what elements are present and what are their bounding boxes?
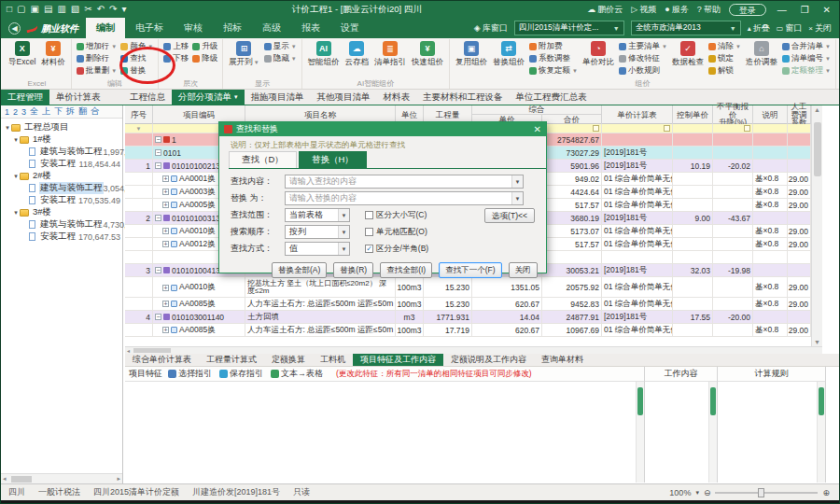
table-hscrollbar[interactable]: ◂ bbox=[125, 346, 822, 354]
window-button[interactable]: ▭窗口 bbox=[777, 22, 803, 35]
chevron-down-icon[interactable]: ▼ bbox=[338, 209, 349, 221]
chevron-down-icon[interactable]: ▼ bbox=[511, 175, 523, 188]
dialog-tab-replace[interactable]: 替换（H） bbox=[299, 151, 367, 168]
scroll-thumb[interactable] bbox=[133, 348, 171, 353]
quota-dropdown[interactable]: 四川2015清单计价定...▼ bbox=[514, 21, 624, 35]
tree-toolbar-button-1[interactable]: 1 bbox=[5, 107, 9, 117]
search-mode-dropdown[interactable]: 值 ▼ bbox=[285, 242, 350, 256]
options-button[interactable]: 选项(T)<< bbox=[484, 208, 535, 223]
undo-icon[interactable]: ↶ bbox=[97, 5, 105, 14]
maximize-button[interactable]: ❐ bbox=[798, 5, 812, 15]
cloud-archive-button[interactable]: ☁云存档 bbox=[343, 39, 372, 68]
list-guide-button[interactable]: ≣清单指引 bbox=[371, 39, 409, 68]
column-header-coef[interactable]: 人工费调 系数 bbox=[788, 105, 811, 124]
main-tab-3[interactable]: 措施项目清单 bbox=[245, 90, 311, 105]
zoom-out-icon[interactable]: ⊖ bbox=[704, 488, 711, 497]
main-list-button[interactable]: 主要清单▼ bbox=[617, 41, 669, 52]
cell-match-checkbox[interactable]: 单元格匹配(O) bbox=[365, 227, 427, 238]
expand-plus-icon[interactable]: + bbox=[162, 228, 169, 234]
expand-plus-icon[interactable]: + bbox=[162, 175, 169, 182]
redo-icon[interactable]: ↷ bbox=[109, 5, 117, 14]
surcharge-button[interactable]: 附加费 bbox=[527, 41, 580, 52]
save-icon[interactable]: ▣ bbox=[31, 5, 39, 14]
search-range-dropdown[interactable]: 当前表格 ▼ bbox=[285, 208, 350, 222]
close-dialog-button[interactable]: 关闭 bbox=[509, 262, 538, 278]
zoom-slider-thumb[interactable] bbox=[758, 488, 764, 497]
match-case-checkbox[interactable]: 区分大小写(C) bbox=[365, 210, 427, 221]
promote-button[interactable]: 升级 bbox=[190, 41, 219, 52]
expand-plus-icon[interactable]: + bbox=[162, 327, 169, 333]
menu-tab-3[interactable]: 审核 bbox=[174, 18, 213, 38]
dialog-tab-find[interactable]: 查找（D） bbox=[229, 151, 297, 168]
filter-box-icon[interactable] bbox=[744, 125, 750, 132]
close-panel-button[interactable]: ×关闭 bbox=[808, 22, 832, 35]
column-header-note[interactable]: 说明 bbox=[753, 105, 788, 124]
restore-quota-button[interactable]: 恢复定额▼ bbox=[527, 65, 580, 77]
tree-expand-icon[interactable]: ▾ bbox=[4, 124, 11, 132]
tree-toolbar-button-5[interactable]: 上 bbox=[42, 105, 50, 118]
menu-tab-2[interactable]: 电子标 bbox=[125, 18, 174, 38]
scroll-thumb[interactable] bbox=[637, 387, 643, 415]
save-all-icon[interactable]: ▤ bbox=[44, 5, 52, 14]
tree-expand-icon[interactable]: ▾ bbox=[12, 136, 20, 144]
scroll-thumb[interactable] bbox=[11, 476, 32, 483]
collapse-minus-icon[interactable]: − bbox=[155, 162, 161, 169]
print-icon[interactable]: ▥ bbox=[57, 5, 65, 14]
fullwidth-checkbox[interactable]: ✓ 区分全/半角(B) bbox=[365, 244, 428, 255]
bottom-tab-5[interactable]: 项目特征及工作内容 bbox=[353, 354, 443, 366]
collapse-minus-icon[interactable]: − bbox=[155, 314, 161, 320]
cloud-service-button[interactable]: ☁鹏价云 bbox=[587, 4, 623, 16]
select-guide-button[interactable]: 选择指引 bbox=[168, 368, 212, 380]
back-icon[interactable]: ◀ bbox=[8, 22, 21, 35]
menu-tab-5[interactable]: 高级 bbox=[252, 18, 291, 38]
scroll-left-icon[interactable]: ◂ bbox=[125, 347, 132, 354]
search-order-dropdown[interactable]: 按列 ▼ bbox=[285, 225, 350, 239]
collapse-minus-icon[interactable]: − bbox=[155, 267, 161, 273]
table-row-sub[interactable]: +AA0085换人力车运土石方: 总运距≤500m 运距≤50m100m315.… bbox=[125, 298, 811, 311]
expand-to-button[interactable]: ⊞展开到▼ bbox=[226, 39, 261, 68]
text-to-table-button[interactable]: 文本→表格 bbox=[271, 368, 323, 380]
replace-all-button[interactable]: 替换全部(A) bbox=[272, 262, 327, 278]
bottom-tab-1[interactable]: 综合单价计算表 bbox=[125, 354, 199, 366]
scroll-left-icon[interactable]: ◂ bbox=[1, 475, 8, 483]
zoom-level[interactable]: 100% bbox=[669, 488, 691, 497]
list-number-button[interactable]: 清单编号▼ bbox=[780, 53, 833, 64]
tree-toolbar-button-2[interactable]: 2 bbox=[13, 107, 18, 117]
scroll-thumb[interactable] bbox=[819, 387, 824, 415]
open-icon[interactable]: ▢ bbox=[17, 5, 25, 14]
chevron-down-icon[interactable]: ▼ bbox=[338, 243, 349, 255]
main-tab-2[interactable]: 分部分项清单▾ bbox=[172, 90, 245, 105]
new-icon[interactable]: □ bbox=[7, 5, 12, 14]
quota-organize-button[interactable]: 定额整理▼ bbox=[780, 65, 833, 77]
filter-icon[interactable]: ▼ bbox=[136, 126, 142, 132]
demote-button[interactable]: 降级 bbox=[190, 53, 219, 64]
dialog-close-icon[interactable]: ✕ bbox=[534, 124, 541, 134]
table-row-sub2[interactable]: +AA0010换挖基坑土方 坚土（坑上口面积≤20m2） 深度≤2m100m31… bbox=[125, 277, 811, 298]
tree-toolbar-button-7[interactable]: 拆 bbox=[66, 105, 75, 118]
tree-item[interactable]: ▾1#楼 bbox=[1, 133, 122, 146]
ai-pricing-button[interactable]: AI智能组价 bbox=[305, 39, 343, 68]
bottom-tab-7[interactable]: 查询单材料 bbox=[534, 354, 591, 366]
menu-tab-7[interactable]: 设置 bbox=[330, 18, 370, 38]
delete-row-button[interactable]: 删除行 bbox=[75, 53, 119, 64]
find-next-button[interactable]: 查找下一个(F) bbox=[439, 262, 501, 278]
tree-item[interactable]: ▾工程总项目 bbox=[1, 121, 122, 133]
lock-button[interactable]: 锁定 bbox=[707, 53, 743, 64]
tree-toolbar-button-9[interactable]: 合 bbox=[91, 105, 99, 118]
clear-button[interactable]: 清除▼ bbox=[707, 41, 743, 52]
scroll-down-icon[interactable]: ▼ bbox=[812, 339, 822, 345]
quick-pricing-button[interactable]: ¥快速组价 bbox=[409, 39, 446, 68]
service-button[interactable]: ●服务 bbox=[665, 4, 688, 16]
tree-item[interactable]: 安装工程170,647.53 bbox=[1, 231, 122, 243]
login-button[interactable]: 登录 bbox=[729, 4, 766, 16]
work-content-scrollbar[interactable] bbox=[708, 382, 717, 483]
replace-button[interactable]: 替换(R) bbox=[333, 262, 373, 278]
add-row-button[interactable]: 增加行▼ bbox=[75, 41, 119, 52]
menu-tab-6[interactable]: 报表 bbox=[291, 18, 330, 38]
expand-plus-icon[interactable]: + bbox=[162, 285, 169, 291]
collapse-minus-icon[interactable]: − bbox=[155, 136, 161, 143]
tree-item[interactable]: ▾2#楼 bbox=[1, 170, 122, 182]
chevron-down-icon[interactable]: ▼ bbox=[338, 226, 349, 238]
replace-with-combobox[interactable]: 请输入替换的内容 ▼ bbox=[285, 191, 524, 205]
expand-plus-icon[interactable]: + bbox=[162, 241, 169, 247]
